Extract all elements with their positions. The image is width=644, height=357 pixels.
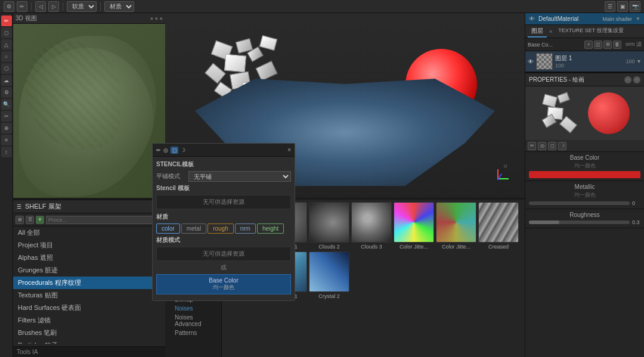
shelf-grid-btn[interactable]: ⊞ [16,216,24,224]
shelf-item-label: Brushes 笔刷 [18,328,57,337]
tool-hex[interactable]: ⬡ [1,63,12,74]
shelf-toolbar: ⊞ ☰ ▼ [13,213,165,226]
view-dropdown-left[interactable]: 软质 [67,1,97,12]
mat-label: Color Jitte... [436,244,476,250]
tool-brush[interactable]: ✏ [1,15,12,26]
shelf-item-label: Filters 滤镜 [18,316,51,325]
metallic-slider[interactable] [529,201,630,205]
texture-set-item[interactable]: 👁 DefaultMaterial Main shader ▼ [525,13,644,25]
tool-polygon[interactable]: △ [1,39,12,50]
metallic-value: 0 [632,200,640,206]
shelf-item-brushes[interactable]: Brushes 笔刷 [13,327,165,339]
tool-circle[interactable]: ○ [1,51,12,62]
tool-cut[interactable]: ✂ [1,111,12,122]
mat-label: Clouds 3 [351,244,392,250]
tool-add[interactable]: ⊕ [1,123,12,134]
toolbar-back[interactable]: ◁ [35,1,46,12]
tool-list[interactable]: ≡ [1,135,12,145]
viewport-left-canvas[interactable] [13,24,165,198]
shelf-item-alphas[interactable]: Alphas 遮照 [13,252,165,264]
tiling-dropdown[interactable]: 无平铺 [188,171,291,182]
mat-item-clouds2[interactable]: Clouds 2 [309,202,349,250]
tool-resize[interactable]: ↕ [1,147,12,157]
stencil-popup: ✏ ◎ ◻ ☽ × STENCIL模板 平铺模式 无平铺 Stencil 模板 … [152,143,295,301]
shelf-filter-btn[interactable]: ▼ [36,216,44,224]
base-color-swatch[interactable] [529,171,640,178]
shelf-item-project[interactable]: Project 项目 [13,239,165,252]
prop-tool-4[interactable]: ☽ [558,142,566,150]
layer-item-1[interactable]: 👁 图层 1 100 100 ▼ [525,51,644,72]
stencil-icon-3[interactable]: ◻ [171,147,178,154]
shelf-item-filters[interactable]: Filters 滤镜 [13,314,165,327]
prop-preview [525,86,644,140]
layer-tool-1[interactable]: + [584,41,593,49]
shelf-item-grunges[interactable]: Grunges 脏迹 [13,264,165,277]
cat-sub-noises[interactable]: Noises [165,304,221,313]
roughness-slider[interactable] [529,221,630,224]
popup-header: ✏ ◎ ◻ ☽ × [153,144,295,157]
shelf-panel: ☰ SHELF 展架 ⊞ ☰ ▼ All 全部 Project 项目 Alpha… [13,200,165,357]
popup-close[interactable]: × [287,147,291,153]
channel-nrm[interactable]: nrm [235,223,256,234]
layer-tool-3[interactable]: ⚙ [603,41,612,49]
tab-texture-set-settings[interactable]: TEXTURE SET 纹理集设置 [555,26,627,37]
shelf-item-all[interactable]: All 全部 [13,226,165,239]
layer-thumb [536,53,553,70]
shelf-item-procedurals[interactable]: Procedurals 程序纹理 [13,277,165,289]
mat-item-clouds3[interactable]: Clouds 3 [351,202,392,250]
left-sidebar: ✏ ◻ △ ○ ⬡ ☁ ⚙ 🔍 ✂ ⊕ ≡ ↕ [0,13,13,357]
shelf-item-label: Project 项目 [18,241,53,250]
prop-minimize[interactable]: − [624,76,631,83]
tab-layers[interactable]: 图层 [528,26,547,38]
channel-color[interactable]: color [156,223,180,234]
tool-smudge[interactable]: ☁ [1,75,12,86]
shelf-search[interactable] [46,216,163,224]
tool-gear[interactable]: ⚙ [1,87,12,98]
cat-sub-noises-adv[interactable]: Noises Advanced [165,313,221,328]
toolbar-icon-1[interactable]: ⚙ [4,1,14,12]
layer-tool-2[interactable]: ◫ [594,41,602,49]
texture-set-shader[interactable]: Main shader [603,16,633,22]
tab-close[interactable]: × [549,29,552,35]
viewport-left-header: 3D 视图 ● ● ● [13,13,165,24]
prop-close[interactable]: × [633,76,640,83]
shelf-item-texturas[interactable]: Texturas 贴图 [13,289,165,302]
eye-icon[interactable]: 👁 [529,15,535,22]
toolbar-camera[interactable]: 📷 [630,1,640,12]
toolbar-settings[interactable]: ☰ [605,1,615,12]
toolbar-monitor[interactable]: ▣ [617,1,628,12]
shader-dropdown-icon[interactable]: ▼ [636,16,640,21]
prop-tool-3[interactable]: ◻ [548,142,556,150]
shelf-list-btn[interactable]: ☰ [26,216,34,224]
tool-search[interactable]: 🔍 [1,99,12,110]
prop-tool-2[interactable]: ◎ [538,142,546,150]
stencil-icon-1[interactable]: ✏ [156,147,161,153]
view-dropdown-right[interactable]: 材质 [104,1,134,12]
mat-item-colorjitter2[interactable]: Color Jitte... [436,202,476,250]
layer-eye[interactable]: 👁 [528,58,534,65]
viewport-left: 3D 视图 ● ● ● [13,13,165,198]
cat-sub-patterns[interactable]: Patterns [165,328,221,337]
stencil-icon-2[interactable]: ◎ [163,147,168,153]
layer-tool-4[interactable]: 🗑 [613,41,621,49]
shelf-title: SHELF 展架 [25,202,61,211]
stencil-icon-4[interactable]: ☽ [181,147,185,153]
channel-height[interactable]: height [257,223,284,234]
tool-fill[interactable]: ◻ [1,27,12,38]
shelf-item-hard-surfaces[interactable]: Hard Surfaces 硬表面 [13,302,165,314]
mat-item-colorjitter1[interactable]: Color Jitte... [394,202,434,250]
base-color-btn[interactable]: Base Color 均一颜色 [156,274,291,294]
mat-label-creased: Creased [478,244,519,250]
toolbar-forward[interactable]: ▷ [48,1,59,12]
channel-rough[interactable]: rough [208,223,234,234]
prop-tool-1[interactable]: ✏ [528,142,536,150]
sep-1 [31,2,32,11]
shelf-item-label: Hard Surfaces 硬表面 [18,303,81,312]
mat-item-crystal2[interactable]: Crystal 2 [309,252,349,299]
prop-title: PROPERTIES - 绘画 [529,76,584,84]
toolbar-icon-2[interactable]: ✏ [17,1,27,12]
shelf-item-particles[interactable]: Particles 粒子 [13,339,165,344]
mat-item-creased[interactable]: Creased [478,202,519,250]
channel-metal[interactable]: metal [181,223,206,234]
shelf-item-label: Alphas 遮照 [18,253,53,262]
